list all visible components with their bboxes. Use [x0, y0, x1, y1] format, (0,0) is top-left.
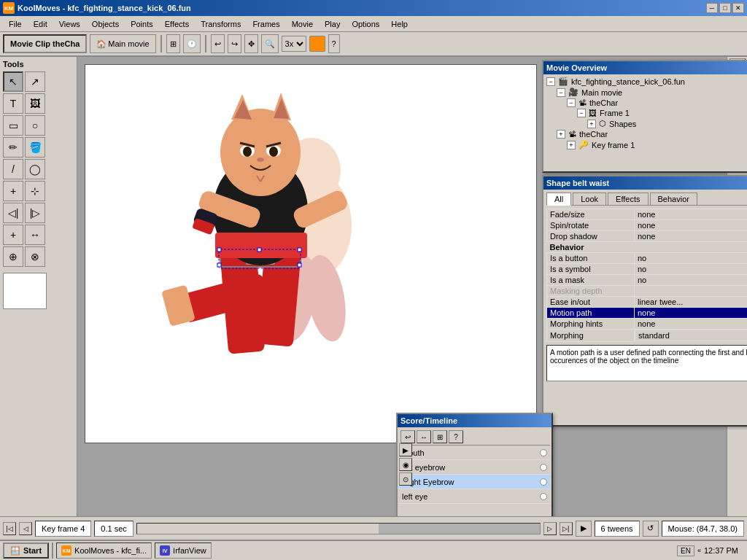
timeline-progress[interactable]: [136, 523, 541, 534]
timeline-row-mouth[interactable]: Mouth: [399, 446, 550, 460]
prop-value[interactable]: no: [635, 264, 748, 275]
tree-item-mainmovie[interactable]: − 🎥 Main movie: [545, 87, 747, 98]
undo-button[interactable]: ↩: [211, 34, 225, 53]
timeline-row-lefteye[interactable]: left eye: [399, 489, 550, 504]
rect-tool[interactable]: ▭: [3, 115, 23, 136]
prop-row-motionpath[interactable]: Motion path none: [547, 308, 748, 319]
tree-item-file[interactable]: − 🎬 kfc_fighting_stance_kick_06.fun: [545, 76, 747, 87]
select2-tool[interactable]: ↗: [25, 71, 45, 92]
clock-button[interactable]: 🕐: [183, 34, 201, 53]
shape-panel-title-bar[interactable]: Shape belt waist ? ✕: [543, 176, 747, 190]
prop-value[interactable]: no: [635, 275, 748, 286]
grid-button[interactable]: ⊞: [166, 34, 180, 53]
prop-value[interactable]: none: [635, 231, 748, 242]
app-icon: KM: [3, 2, 15, 14]
tree-item-keyframe1[interactable]: + 🔑 Key frame 1: [545, 139, 747, 150]
timeline-row-lefteyebrow[interactable]: left eyebrow: [399, 460, 550, 475]
tl-side-btn2[interactable]: ◉: [399, 458, 412, 471]
tl-add-btn[interactable]: ⊞: [433, 430, 447, 443]
image-tool[interactable]: 🖼: [25, 93, 45, 114]
tool-plus1[interactable]: +: [3, 225, 23, 245]
menu-movie[interactable]: Movie: [286, 18, 319, 30]
timeline-title-bar[interactable]: Score/Timeline: [398, 414, 551, 427]
text-tool[interactable]: T: [3, 93, 23, 114]
tl-next-btn[interactable]: ↔: [417, 430, 431, 443]
taskbar-koolmoves[interactable]: KM KoolMoves - kfc_fi...: [56, 542, 152, 559]
nav-right-tool[interactable]: |▷: [25, 203, 45, 223]
tree-expand-keyframe1[interactable]: +: [567, 141, 576, 149]
close-button[interactable]: ✕: [732, 3, 744, 13]
pencil-tool[interactable]: ✏: [3, 137, 23, 158]
redo-button[interactable]: ↪: [228, 34, 241, 53]
menu-play[interactable]: Play: [319, 18, 346, 30]
tree-expand-mainmovie[interactable]: −: [557, 88, 565, 97]
zoom-button[interactable]: 🔍: [261, 34, 279, 53]
tab-behavior[interactable]: Behavior: [650, 192, 697, 205]
tool-plus4[interactable]: ⊗: [25, 246, 45, 267]
tl-side-btn3[interactable]: ⊙: [399, 472, 412, 486]
menu-options[interactable]: Options: [346, 18, 385, 30]
prop-value[interactable]: no: [635, 253, 748, 264]
movie-clip-button[interactable]: Movie Clip theCha: [3, 34, 87, 53]
menu-views[interactable]: Views: [53, 18, 86, 30]
nav-first-btn[interactable]: |◁: [3, 522, 16, 535]
tl-help-btn[interactable]: ?: [449, 430, 463, 443]
menu-file[interactable]: File: [3, 18, 28, 30]
taskbar-irfanview[interactable]: IV IrfanView: [155, 542, 212, 559]
menu-help[interactable]: Help: [385, 18, 414, 30]
tab-look[interactable]: Look: [573, 192, 606, 205]
tab-effects[interactable]: Effects: [608, 192, 648, 205]
menu-transforms[interactable]: Transforms: [195, 18, 247, 30]
menu-effects[interactable]: Effects: [159, 18, 195, 30]
move-point-tool[interactable]: ⊹: [25, 181, 45, 201]
select-tool[interactable]: ↖: [3, 71, 23, 92]
color-swatch[interactable]: [3, 273, 47, 309]
tab-all[interactable]: All: [546, 192, 571, 206]
prop-value[interactable]: none: [635, 220, 748, 231]
timeline-row-righteyebrow[interactable]: Right Eyebrow: [399, 475, 550, 489]
oval-tool[interactable]: ○: [25, 115, 45, 136]
add-point-tool[interactable]: +: [3, 181, 23, 201]
movie-overview-title-bar[interactable]: Movie Overview ✕: [543, 61, 747, 74]
nav-last-btn[interactable]: ▷|: [560, 522, 573, 535]
move-button[interactable]: ✥: [244, 34, 258, 53]
main-movie-button[interactable]: 🏠 Main movie: [90, 34, 155, 53]
tl-side-btn1[interactable]: ▶: [399, 443, 412, 456]
tree-expand-thechar2[interactable]: +: [557, 130, 565, 139]
line-tool[interactable]: /: [3, 159, 23, 179]
tree-expand-file[interactable]: −: [546, 77, 555, 86]
nav-left-tool[interactable]: ◁|: [3, 203, 23, 223]
color-button[interactable]: [309, 36, 325, 52]
prop-value[interactable]: none: [635, 209, 748, 220]
menu-edit[interactable]: Edit: [28, 18, 53, 30]
tool-plus3[interactable]: ⊕: [3, 246, 23, 267]
prop-value[interactable]: linear twee...: [635, 297, 748, 308]
maximize-button[interactable]: □: [719, 3, 731, 13]
tree-expand-frame1[interactable]: −: [577, 109, 586, 117]
play-button[interactable]: ▶: [576, 521, 592, 537]
refresh-button[interactable]: ↺: [643, 521, 659, 537]
tool-plus2[interactable]: ↔: [25, 225, 45, 245]
zoom-select[interactable]: 3x 1x 2x 4x 5x: [282, 36, 306, 52]
tree-expand-shapes[interactable]: +: [587, 120, 596, 128]
fill-tool[interactable]: 🪣: [25, 137, 45, 158]
menu-objects[interactable]: Objects: [86, 18, 125, 30]
prop-value-motionpath[interactable]: none: [635, 308, 748, 319]
minimize-button[interactable]: ─: [706, 3, 718, 13]
tree-expand-thechar[interactable]: −: [567, 98, 576, 107]
tree-item-thechar[interactable]: − 📽 theChar: [545, 98, 747, 108]
tree-item-frame1[interactable]: − 🖼 Frame 1: [545, 108, 747, 118]
tree-item-shapes[interactable]: + ⬡ Shapes: [545, 118, 747, 129]
nav-prev-btn[interactable]: ◁: [19, 522, 32, 535]
prop-value[interactable]: none: [635, 319, 748, 330]
tree-item-thechar2[interactable]: + 📽 theChar: [545, 129, 747, 139]
menu-frames[interactable]: Frames: [247, 18, 285, 30]
nav-next-btn[interactable]: ▷: [543, 522, 557, 535]
prop-value[interactable]: standard ▼: [635, 330, 747, 341]
canvas-area[interactable]: Movie Overview ✕ − 🎬 kfc_fighting_stance…: [77, 57, 747, 516]
menu-points[interactable]: Points: [125, 18, 159, 30]
tool-row-2: T 🖼: [3, 93, 74, 114]
help-toolbar-button[interactable]: ?: [328, 34, 340, 53]
circle-tool[interactable]: ◯: [25, 159, 45, 179]
start-button[interactable]: 🪟 Start: [3, 542, 49, 559]
